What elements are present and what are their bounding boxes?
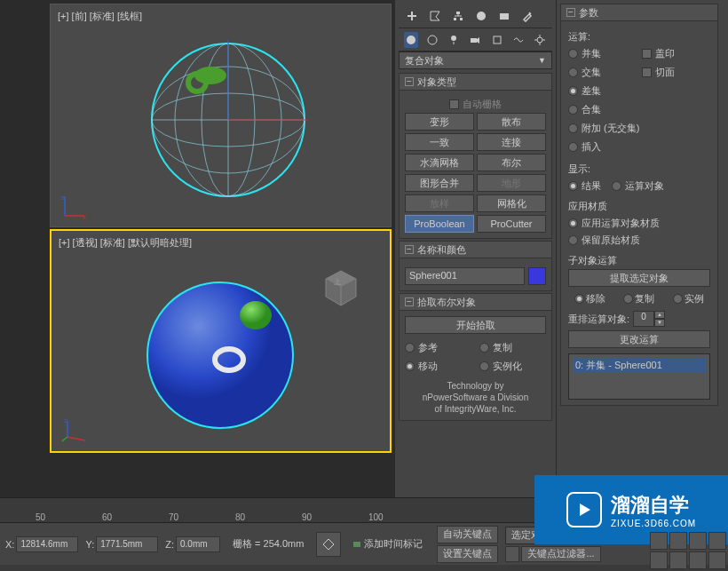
radio-inst[interactable] [673, 294, 683, 304]
modify-icon[interactable] [427, 8, 443, 24]
btn-loft[interactable]: 放样 [405, 194, 474, 212]
add-time-tag[interactable]: 添加时间标记 [364, 537, 423, 551]
viewport-perspective[interactable]: [+] [透视] [标准] [默认明暗处理] [50, 229, 392, 453]
collapse-icon: − [566, 8, 575, 17]
rollout-header-name-color[interactable]: − 名称和颜色 [399, 241, 552, 258]
btn-terrain[interactable]: 地形 [477, 174, 546, 192]
coord-y-input[interactable]: 1771.5mm [96, 536, 158, 552]
svg-rect-29 [456, 12, 460, 14]
viewcube[interactable]: 上 [319, 266, 363, 311]
credit-text: Technology bynPowerSoftware a Divisionof… [405, 380, 546, 415]
display-icon[interactable] [496, 8, 512, 24]
dropdown-label: 复合对象 [405, 54, 444, 67]
play-icon [566, 492, 602, 527]
btn-procutter[interactable]: ProCutter [477, 215, 546, 233]
category-dropdown[interactable]: 复合对象 ▼ [399, 52, 552, 69]
extract-button[interactable]: 提取选定对象 [568, 269, 710, 287]
axis-gizmo-persp: z [62, 417, 89, 444]
shaded-sphere[interactable] [140, 275, 300, 435]
start-pick-button[interactable]: 开始拾取 [405, 316, 546, 334]
svg-point-36 [407, 36, 415, 44]
svg-point-43 [537, 37, 542, 43]
auto-key-button[interactable]: 自动关键点 [437, 526, 498, 543]
nav-walk[interactable] [689, 551, 707, 569]
nav-orbit[interactable] [689, 532, 707, 550]
svg-point-34 [477, 12, 486, 20]
radio-instance[interactable] [479, 361, 489, 371]
radio-union[interactable] [568, 49, 578, 59]
nav-max[interactable] [708, 532, 726, 550]
hierarchy-icon[interactable] [450, 8, 466, 24]
radio-merge[interactable] [568, 105, 578, 115]
btn-blobmesh[interactable]: 水滴网格 [405, 154, 474, 171]
object-name-input[interactable]: Sphere001 [405, 267, 525, 285]
cameras-icon[interactable] [468, 32, 482, 48]
autogrid-checkbox[interactable] [449, 99, 459, 109]
key-icon-button[interactable] [505, 546, 519, 562]
radio-insert[interactable] [568, 142, 578, 152]
coord-x-input[interactable]: 12814.6mm [16, 536, 78, 552]
change-op-button[interactable]: 更改运算 [568, 330, 710, 348]
lights-icon[interactable] [447, 32, 461, 48]
rollout-header-parameters[interactable]: − 参数 [560, 4, 718, 21]
snap-button[interactable] [316, 532, 341, 557]
systems-icon[interactable] [533, 32, 547, 48]
axis-gizmo-front: z x [61, 193, 88, 219]
nav-pan[interactable] [650, 532, 668, 550]
spacewarps-icon[interactable] [511, 32, 526, 48]
wireframe-sphere[interactable] [148, 40, 308, 200]
btn-conform[interactable]: 一致 [405, 133, 474, 151]
utilities-icon[interactable] [519, 8, 535, 24]
btn-shapemerge[interactable]: 图形合并 [405, 174, 474, 192]
motion-icon[interactable] [473, 8, 489, 24]
set-key-button[interactable]: 设置关键点 [437, 545, 498, 563]
radio-apply-op-mat[interactable] [568, 218, 578, 228]
list-item[interactable]: 0: 并集 - Sphere001 [573, 358, 706, 373]
viewport-label-front[interactable]: [+] [前] [标准] [线框] [58, 10, 142, 23]
btn-mesher[interactable]: 网格化 [477, 194, 546, 212]
radio-subtract[interactable] [568, 86, 578, 96]
btn-morph[interactable]: 变形 [405, 113, 474, 131]
object-color-swatch[interactable] [528, 267, 546, 285]
radio-keep-orig-mat[interactable] [568, 235, 578, 245]
radio-result[interactable] [568, 181, 578, 191]
nav-zoom[interactable] [669, 532, 687, 550]
spinner-up[interactable]: ▲ [654, 311, 665, 319]
btn-proboolean[interactable]: ProBoolean [405, 215, 474, 233]
btn-connect[interactable]: 连接 [477, 133, 546, 151]
radio-copy2[interactable] [623, 294, 633, 304]
radio-operands[interactable] [612, 181, 621, 191]
command-panel: 复合对象 ▼ − 对象类型 自动栅格 变形 散布 一致 [395, 0, 728, 497]
btn-boolean[interactable]: 布尔 [477, 154, 546, 171]
operands-list[interactable]: 0: 并集 - Sphere001 [568, 353, 710, 400]
nav-toggle[interactable] [708, 551, 726, 569]
plus-icon[interactable] [404, 8, 420, 24]
radio-reference[interactable] [405, 343, 415, 353]
radio-intersect[interactable] [568, 67, 578, 77]
key-filters-button[interactable]: 关键点过滤器... [521, 546, 600, 562]
geometry-icon[interactable] [404, 32, 418, 48]
viewport-label-perspective[interactable]: [+] [透视] [标准] [默认明暗处理] [59, 236, 192, 250]
chk-cookie[interactable] [642, 67, 652, 77]
svg-rect-31 [460, 18, 463, 20]
display-label: 显示: [568, 163, 710, 176]
nav-fov[interactable] [669, 551, 687, 569]
viewport-front[interactable]: [+] [前] [标准] [线框] z x [50, 4, 392, 227]
chk-imprint[interactable] [642, 49, 652, 59]
rollout-header-pick-boolean[interactable]: − 拾取布尔对象 [399, 293, 552, 311]
radio-copy[interactable] [479, 343, 489, 353]
nav-zoom-all[interactable] [650, 551, 668, 569]
helpers-icon[interactable] [490, 32, 504, 48]
radio-remove[interactable] [574, 294, 584, 304]
rollout-title: 参数 [579, 6, 598, 20]
btn-scatter[interactable]: 散布 [477, 113, 546, 131]
radio-attach[interactable] [568, 123, 578, 133]
coord-z-input[interactable]: 0.0mm [176, 536, 220, 552]
spinner-down[interactable]: ▼ [654, 319, 665, 327]
autogrid-label: 自动栅格 [463, 98, 502, 111]
shapes-icon[interactable] [425, 32, 439, 48]
svg-marker-41 [477, 37, 479, 44]
radio-move[interactable] [405, 361, 415, 371]
reorder-spinner[interactable]: 0 ▲▼ [633, 311, 665, 327]
rollout-header-object-type[interactable]: − 对象类型 [399, 73, 552, 91]
